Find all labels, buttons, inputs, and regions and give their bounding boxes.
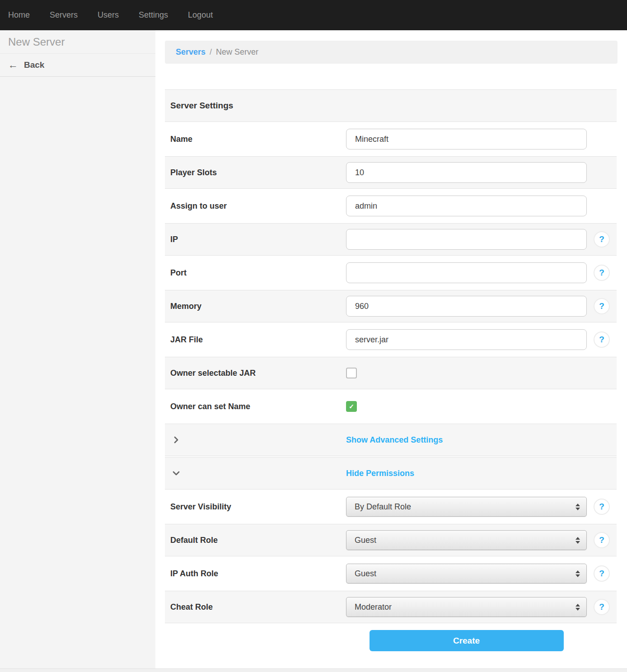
page: Home Servers Users Settings Logout New S…	[0, 0, 627, 672]
name-input[interactable]	[346, 129, 587, 149]
player-slots-label: Player Slots	[165, 168, 346, 177]
back-button[interactable]: ← Back	[0, 54, 155, 77]
show-advanced-settings-link[interactable]: Show Advanced Settings	[346, 435, 443, 445]
section-header-row: Server Settings	[165, 89, 617, 122]
section-title: Server Settings	[165, 101, 233, 111]
form-row-player-slots: Player Slots	[165, 156, 617, 189]
top-navbar: Home Servers Users Settings Logout	[0, 0, 627, 30]
server-visibility-selected-value: By Default Role	[355, 502, 411, 512]
cheat-role-selected-value: Moderator	[355, 602, 392, 612]
form-row-owner-can-set-name: Owner can set Name ✓	[165, 390, 617, 423]
cheat-role-help-icon[interactable]: ?	[594, 599, 610, 615]
default-role-help-icon[interactable]: ?	[594, 532, 610, 548]
default-role-select[interactable]: Guest	[346, 530, 587, 550]
ip-label: IP	[165, 235, 346, 244]
jar-file-label: JAR File	[165, 335, 346, 345]
bottom-divider	[0, 668, 627, 672]
server-visibility-select[interactable]: By Default Role	[346, 497, 587, 517]
memory-help-icon[interactable]: ?	[594, 298, 610, 314]
jar-file-input[interactable]	[346, 329, 587, 350]
check-icon: ✓	[349, 403, 354, 410]
ip-auth-role-label: IP Auth Role	[165, 569, 346, 579]
create-button[interactable]: Create	[370, 630, 564, 651]
assign-to-user-label: Assign to user	[165, 201, 346, 211]
ip-auth-role-help-icon[interactable]: ?	[594, 565, 610, 582]
breadcrumb-servers-link[interactable]: Servers	[176, 47, 206, 57]
nav-item-servers[interactable]: Servers	[40, 10, 88, 20]
form-row-create: Create	[165, 624, 617, 658]
owner-selectable-jar-checkbox[interactable]: ✓	[346, 368, 357, 378]
assign-to-user-input[interactable]	[346, 196, 587, 216]
select-stepper-icon	[576, 537, 580, 544]
server-settings-form: Server Settings Name Player Slots	[165, 89, 617, 658]
page-title: New Server	[0, 30, 155, 54]
form-row-memory: Memory ?	[165, 290, 617, 322]
port-help-icon[interactable]: ?	[594, 265, 610, 281]
nav-item-home[interactable]: Home	[0, 10, 40, 20]
port-label: Port	[165, 268, 346, 278]
owner-can-set-name-checkbox[interactable]: ✓	[346, 401, 357, 412]
nav-item-logout[interactable]: Logout	[178, 10, 223, 20]
default-role-label: Default Role	[165, 536, 346, 545]
port-input[interactable]	[346, 262, 587, 283]
server-visibility-label: Server Visibility	[165, 502, 346, 512]
main-content: Servers / New Server Server Settings Nam…	[155, 30, 627, 669]
form-row-cheat-role: Cheat Role Moderator ?	[165, 591, 617, 623]
sidebar: New Server ← Back	[0, 30, 155, 669]
nav-item-settings[interactable]: Settings	[129, 10, 178, 20]
memory-input[interactable]	[346, 296, 587, 317]
nav-item-users[interactable]: Users	[88, 10, 129, 20]
form-row-name: Name	[165, 123, 617, 155]
ip-auth-role-select[interactable]: Guest	[346, 564, 587, 583]
jar-file-help-icon[interactable]: ?	[594, 331, 610, 348]
select-stepper-icon	[576, 570, 580, 577]
form-row-advanced-toggle: Show Advanced Settings	[165, 424, 617, 456]
form-row-port: Port ?	[165, 257, 617, 289]
name-label: Name	[165, 135, 346, 144]
form-row-jar-file: JAR File ?	[165, 323, 617, 356]
breadcrumb-separator: /	[210, 47, 212, 57]
ip-help-icon[interactable]: ?	[594, 231, 610, 247]
hide-permissions-link[interactable]: Hide Permissions	[346, 469, 414, 478]
player-slots-input[interactable]	[346, 162, 587, 183]
back-arrow-icon: ←	[8, 60, 18, 70]
breadcrumb: Servers / New Server	[165, 41, 618, 64]
form-row-permissions-toggle: Hide Permissions	[165, 457, 617, 490]
cheat-role-select[interactable]: Moderator	[346, 597, 587, 617]
back-label: Back	[24, 60, 44, 70]
chevron-down-icon[interactable]	[172, 469, 180, 477]
form-row-server-visibility: Server Visibility By Default Role ?	[165, 490, 617, 523]
default-role-selected-value: Guest	[355, 536, 376, 545]
form-row-assign-to-user: Assign to user	[165, 190, 617, 222]
select-stepper-icon	[576, 504, 580, 510]
chevron-right-icon[interactable]	[172, 436, 180, 444]
owner-can-set-name-label: Owner can set Name	[165, 402, 346, 411]
cheat-role-label: Cheat Role	[165, 602, 346, 612]
form-row-default-role: Default Role Guest ?	[165, 524, 617, 556]
server-visibility-help-icon[interactable]: ?	[594, 499, 610, 515]
breadcrumb-current: New Server	[216, 47, 258, 57]
ip-input[interactable]	[346, 229, 587, 250]
select-stepper-icon	[576, 604, 580, 611]
owner-selectable-jar-label: Owner selectable JAR	[165, 369, 346, 378]
ip-auth-role-selected-value: Guest	[355, 569, 376, 579]
memory-label: Memory	[165, 302, 346, 311]
form-row-ip: IP ?	[165, 223, 617, 256]
form-row-owner-selectable-jar: Owner selectable JAR ✓	[165, 357, 617, 389]
form-row-ip-auth-role: IP Auth Role Guest ?	[165, 557, 617, 590]
